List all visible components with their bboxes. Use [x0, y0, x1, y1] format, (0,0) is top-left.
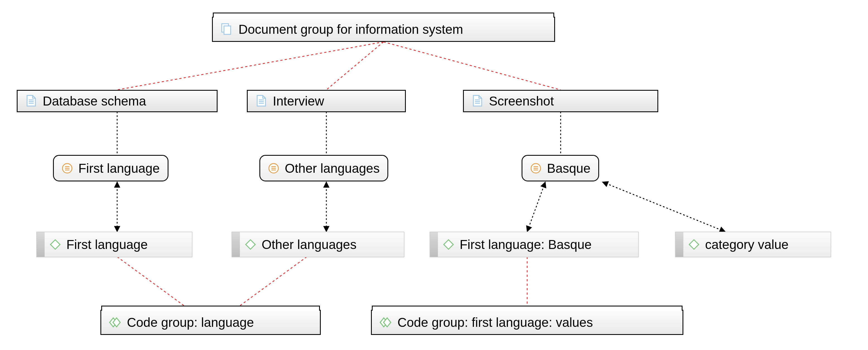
edge-root-interview	[326, 42, 383, 90]
node-label: Screenshot	[489, 95, 554, 108]
diamond-icon	[245, 239, 256, 250]
node-first-language-basque-code[interactable]: First language: Basque	[430, 232, 639, 257]
node-label: Database schema	[43, 95, 146, 108]
quotation-icon	[62, 163, 73, 174]
node-label: First language	[79, 162, 160, 175]
edge-firstlangcode-cglang	[117, 257, 190, 310]
diamond-icon	[50, 239, 61, 250]
node-code-group-language[interactable]: Code group: language	[100, 310, 321, 335]
node-first-language-code[interactable]: First language	[36, 232, 192, 257]
node-screenshot[interactable]: Screenshot	[463, 90, 658, 112]
node-label: First language	[66, 238, 148, 251]
node-code-group-first-language-values[interactable]: Code group: first language: values	[371, 310, 683, 335]
document-icon	[25, 95, 37, 107]
document-icon	[255, 95, 267, 107]
node-first-language-quote[interactable]: First language	[53, 155, 168, 181]
node-label: Other languages	[285, 162, 380, 175]
diamond-icon	[688, 239, 700, 250]
node-label: Code group: language	[127, 316, 254, 329]
document-icon	[472, 95, 484, 107]
code-side-bar	[676, 232, 683, 257]
node-label: category value	[705, 238, 788, 251]
node-basque-quote[interactable]: Basque	[522, 155, 599, 181]
diamond-icon	[443, 239, 454, 250]
node-label: Document group for information system	[239, 23, 463, 36]
edge-basque-catvalue	[602, 182, 725, 232]
code-side-bar	[232, 232, 240, 257]
node-label: First language: Basque	[460, 238, 592, 251]
diagram-canvas: Document group for information system Da…	[0, 0, 868, 350]
node-interview[interactable]: Interview	[247, 90, 406, 112]
documents-icon	[221, 23, 233, 35]
node-database-schema[interactable]: Database schema	[17, 90, 218, 112]
node-other-languages-code[interactable]: Other languages	[231, 232, 404, 257]
quotation-icon	[268, 163, 279, 174]
double-diamond-icon	[109, 317, 121, 328]
node-label: Code group: first language: values	[398, 316, 593, 329]
node-label: Interview	[273, 95, 324, 108]
node-document-group[interactable]: Document group for information system	[212, 17, 555, 42]
code-side-bar	[430, 232, 438, 257]
node-category-value-code[interactable]: category value	[675, 232, 831, 257]
edge-root-db	[117, 42, 383, 90]
edge-otherlangcode-cglang	[234, 257, 307, 310]
edge-basque-firstbasque	[527, 182, 545, 232]
edge-root-screenshot	[383, 42, 561, 90]
node-label: Basque	[547, 162, 590, 175]
node-other-languages-quote[interactable]: Other languages	[259, 155, 388, 181]
code-side-bar	[37, 232, 44, 257]
quotation-icon	[530, 163, 541, 174]
node-label: Other languages	[261, 238, 356, 251]
double-diamond-icon	[380, 317, 392, 328]
